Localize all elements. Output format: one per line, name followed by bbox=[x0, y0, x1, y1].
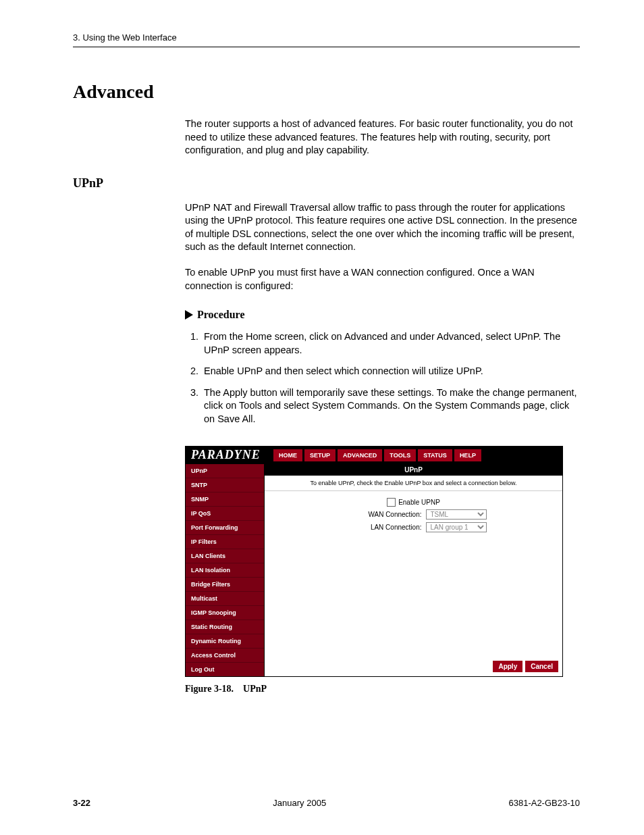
sidebar-item-snmp[interactable]: SNMP bbox=[186, 492, 264, 506]
sidebar-item-ip-filters[interactable]: IP Filters bbox=[186, 534, 264, 549]
figure-caption: Figure 3-18. UPnP bbox=[185, 684, 563, 694]
running-header: 3. Using the Web Interface bbox=[73, 32, 580, 47]
lan-connection-select[interactable]: LAN group 1 bbox=[426, 522, 487, 532]
panel-subtitle: To enable UPnP, check the Enable UPnP bo… bbox=[265, 476, 562, 491]
sidebar-item-multicast[interactable]: Multicast bbox=[186, 591, 264, 605]
procedure-list: From the Home screen, click on Advanced … bbox=[185, 330, 580, 426]
page-number: 3-22 bbox=[73, 798, 90, 808]
enable-upnp-checkbox[interactable] bbox=[387, 498, 396, 507]
sidebar-item-access-control[interactable]: Access Control bbox=[186, 648, 264, 662]
tab-status[interactable]: STATUS bbox=[418, 449, 452, 461]
wan-connection-select[interactable]: TSML bbox=[426, 509, 487, 520]
tab-advanced[interactable]: ADVANCED bbox=[338, 449, 382, 461]
sidebar-item-logout[interactable]: Log Out bbox=[186, 662, 264, 676]
top-tabs: HOME SETUP ADVANCED TOOLS STATUS HELP bbox=[272, 447, 481, 464]
procedure-label: Procedure bbox=[197, 309, 245, 321]
lan-connection-label: LAN Connection: bbox=[341, 524, 426, 531]
sidebar-item-igmp-snooping[interactable]: IGMP Snooping bbox=[186, 605, 264, 619]
footer-date: January 2005 bbox=[273, 798, 326, 808]
tab-tools[interactable]: TOOLS bbox=[384, 449, 416, 461]
page-footer: 3-22 January 2005 6381-A2-GB23-10 bbox=[73, 798, 580, 808]
enable-upnp-label: Enable UPNP bbox=[398, 499, 440, 506]
sidebar-item-bridge-filters[interactable]: Bridge Filters bbox=[186, 577, 264, 591]
panel-title: UPnP bbox=[265, 464, 562, 476]
sidebar-item-port-forwarding[interactable]: Port Forwarding bbox=[186, 520, 264, 534]
tab-setup[interactable]: SETUP bbox=[304, 449, 336, 461]
procedure-step: The Apply button will temporarily save t… bbox=[201, 386, 580, 426]
upnp-paragraph-1: UPnP NAT and Firewall Traversal allow tr… bbox=[185, 201, 580, 254]
tab-home[interactable]: HOME bbox=[273, 449, 302, 461]
procedure-step: From the Home screen, click on Advanced … bbox=[201, 330, 580, 357]
sidebar-item-lan-clients[interactable]: LAN Clients bbox=[186, 549, 264, 563]
router-screenshot: PARADYNE HOME SETUP ADVANCED TOOLS STATU… bbox=[185, 446, 563, 677]
sidebar: UPnP SNTP SNMP IP QoS Port Forwarding IP… bbox=[186, 464, 265, 676]
sidebar-item-static-routing[interactable]: Static Routing bbox=[186, 619, 264, 634]
sidebar-item-ipqos[interactable]: IP QoS bbox=[186, 506, 264, 520]
wan-connection-label: WAN Connection: bbox=[341, 511, 426, 518]
cancel-button[interactable]: Cancel bbox=[525, 661, 558, 672]
procedure-heading: Procedure bbox=[185, 309, 580, 321]
sidebar-item-sntp[interactable]: SNTP bbox=[186, 478, 264, 492]
intro-paragraph: The router supports a host of advanced f… bbox=[185, 118, 580, 157]
footer-docid: 6381-A2-GB23-10 bbox=[508, 798, 580, 808]
sidebar-item-dynamic-routing[interactable]: Dynamic Routing bbox=[186, 634, 264, 648]
sidebar-item-upnp[interactable]: UPnP bbox=[186, 464, 264, 478]
brand-logo: PARADYNE bbox=[186, 447, 272, 464]
upnp-paragraph-2: To enable UPnP you must first have a WAN… bbox=[185, 266, 580, 293]
heading-upnp: UPnP bbox=[73, 176, 580, 191]
tab-help[interactable]: HELP bbox=[454, 449, 481, 461]
sidebar-item-lan-isolation[interactable]: LAN Isolation bbox=[186, 563, 264, 577]
heading-advanced: Advanced bbox=[73, 81, 580, 103]
procedure-step: Enable UPnP and then select which connec… bbox=[201, 365, 580, 378]
apply-button[interactable]: Apply bbox=[493, 661, 522, 672]
triangle-right-icon bbox=[185, 310, 193, 320]
